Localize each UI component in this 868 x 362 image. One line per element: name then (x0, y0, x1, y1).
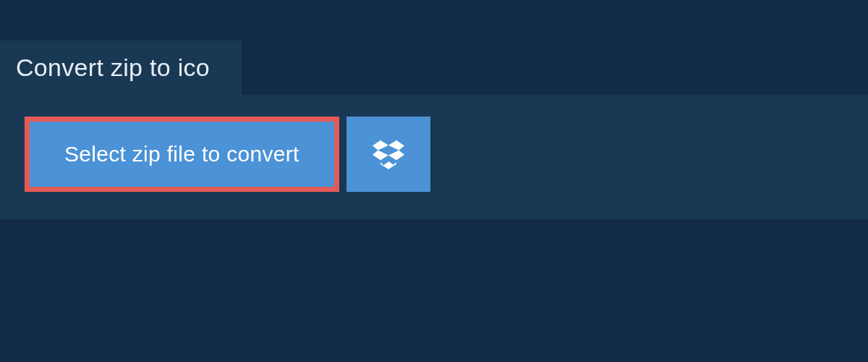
dropbox-icon (373, 138, 404, 170)
select-file-highlight: Select zip file to convert (25, 117, 339, 192)
select-file-label: Select zip file to convert (64, 142, 299, 167)
button-row: Select zip file to convert (25, 117, 843, 192)
tab-header: Convert zip to ico (0, 41, 242, 95)
upload-panel: Select zip file to convert (0, 95, 868, 219)
dropbox-button[interactable] (346, 117, 430, 192)
select-file-button[interactable]: Select zip file to convert (30, 122, 334, 187)
page-title: Convert zip to ico (16, 54, 210, 81)
